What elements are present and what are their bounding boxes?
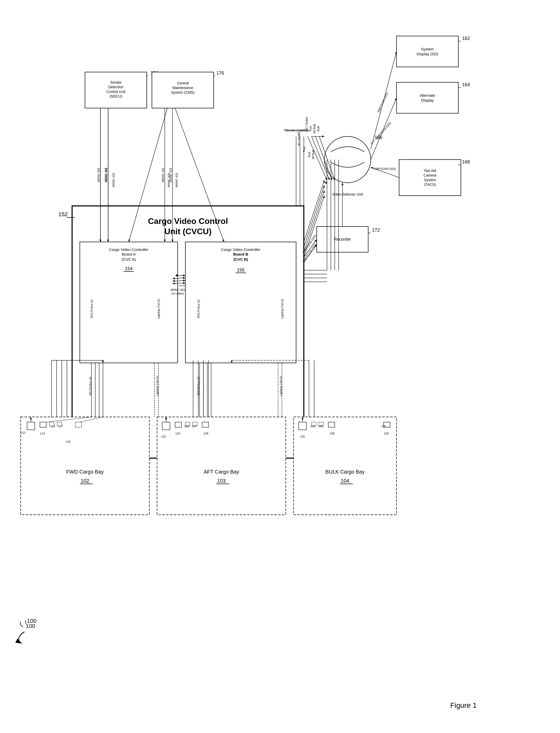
aft-cargo-box [157, 417, 286, 515]
cms-box [152, 72, 214, 108]
sensor-114 [40, 422, 46, 427]
bulk-cargo-number: 104 [341, 478, 349, 483]
arinc-cvc-1: ARINC 429 [104, 168, 107, 182]
sensor-136 [328, 422, 335, 427]
rs170-bus4-label: RS170 Bus (4) [90, 300, 93, 318]
cms-label1: Central [177, 81, 188, 85]
alt-display-number: 164 [462, 82, 470, 87]
tacs-number: 168 [462, 159, 470, 165]
video-selector-circle [324, 136, 371, 183]
tacs-label3: System [424, 178, 436, 182]
cvca-number: 154 [125, 266, 133, 271]
sys-display-number: 162 [462, 36, 470, 41]
alt-display-label2: Display [421, 98, 434, 102]
sdcu-label3: Control Unit [106, 90, 125, 94]
fwd-cargo-number: 102 [81, 478, 89, 483]
cvcb-label1: Cargo Video Controller [221, 247, 260, 252]
cvcb-label2: Board B [233, 252, 248, 256]
cvcu-number: 152 [58, 211, 68, 218]
tacs-box [399, 160, 461, 196]
cvcu-subtitle: Unit (CVCU) [164, 227, 211, 236]
sdcu-label1: Smoke [110, 80, 122, 84]
rs170-bus5-label: RS170 Bus (5) [197, 300, 200, 318]
bulk-cargo-label: BULK Cargo Bay [325, 469, 365, 474]
alt-display-box [397, 82, 458, 113]
label-124: 124 [175, 432, 180, 435]
diagram-container: Cargo Video Control Unit (CVCU) 152 Carg… [0, 0, 560, 733]
label-128: 128 [204, 432, 208, 435]
sensor-117 [57, 422, 62, 426]
figure-caption: Figure 1 [450, 701, 477, 709]
sdcu-label2: Detection [108, 85, 123, 89]
bulk-label: Bulk [308, 152, 311, 157]
tacs-label1: Taxi Aid [424, 169, 436, 173]
lighting-cntl2a-label: Lighting Cntl (2) [157, 299, 160, 319]
cms-label3: System (CMS) [171, 90, 195, 94]
cvca-label1: Cargo Video Controller [109, 247, 148, 252]
label-122: 122 [161, 435, 166, 438]
label-114: 114 [40, 432, 45, 435]
aft-cargo-label: AFT Cargo Bay [204, 469, 239, 474]
vsu-label1: Video Selector Unit [332, 192, 363, 196]
recorder-number: 172 [372, 228, 380, 233]
cvca-label2: Board A [122, 252, 135, 256]
arinc-cvc-3: ARINC 429 [167, 173, 170, 187]
sensor-aft1 [175, 422, 182, 427]
arinc-novideo-label2: (no video) [171, 292, 184, 295]
label-136: 136 [330, 432, 334, 435]
smpte-tacs-vsu: SMPTE259 (SDI) [374, 167, 396, 170]
aftbulk-top: Aft Bulk [313, 124, 316, 134]
cvcb-label3: (CVC B) [234, 257, 248, 262]
label-135: 135 [381, 425, 386, 428]
label-132: 132 [311, 425, 315, 428]
cms-number: 176 [216, 71, 224, 76]
bulk-cargo-box [294, 417, 397, 515]
arinc-cvc-4: ARINC 429 [175, 173, 178, 187]
camera-aft1 [162, 422, 170, 430]
label-138: 138 [384, 432, 389, 435]
cms-label2: Maintenance [173, 86, 193, 90]
fwd-cargo-label: FWD Cargo Bay [66, 469, 104, 474]
label-aft-b: 127 [192, 425, 197, 428]
sdcu-label4: (SDCU) [110, 94, 122, 98]
sensor-116 [49, 422, 54, 426]
ir-vis-top: IR / Visible [305, 117, 308, 130]
recorder-label: Recorder [334, 237, 351, 242]
tacs-label4: (TACS) [424, 183, 436, 187]
label-112: 112 [21, 431, 25, 434]
sys-display-label2: Display (SD) [417, 52, 438, 56]
sensor-118 [75, 422, 82, 427]
arinc-cvc-2: ARINC 429 [112, 173, 115, 187]
alt-display-label1: Alternate [420, 93, 435, 98]
label-115: 115 [66, 440, 71, 443]
lighting-cntl2b-label: Lighting Cntl (2) [281, 299, 284, 319]
arinc429-cms1: ARINC 429 [161, 168, 165, 182]
arinc429-sdcu1: ARINC 429 [97, 168, 100, 182]
aft-cargo-number: 103 [217, 478, 226, 483]
cvcu-title: Cargo Video Control [148, 217, 228, 226]
label-bulk-125: 125 [300, 435, 305, 438]
arinc-novideo-label: ARINC 429 [170, 288, 185, 291]
fwd-label: Fwd [303, 147, 306, 152]
label-100-main: 100 [26, 623, 35, 629]
camera-bulk1 [299, 422, 306, 430]
fwd-top: Fwd [309, 126, 312, 132]
bulk-top: Bulk [317, 126, 320, 132]
tacs-label2: Camera [424, 173, 436, 177]
cvca-label3: (CVC A) [122, 257, 136, 262]
label-134: 134 [318, 425, 323, 428]
sensor-128 [202, 422, 209, 427]
fwd-cargo-box [21, 417, 149, 515]
label-aft-a: 126 [184, 425, 189, 428]
sys-display-box [397, 36, 458, 67]
sys-display-label1: System [421, 47, 434, 51]
camera-112 [27, 422, 35, 430]
cvcb-number: 156 [237, 268, 245, 273]
